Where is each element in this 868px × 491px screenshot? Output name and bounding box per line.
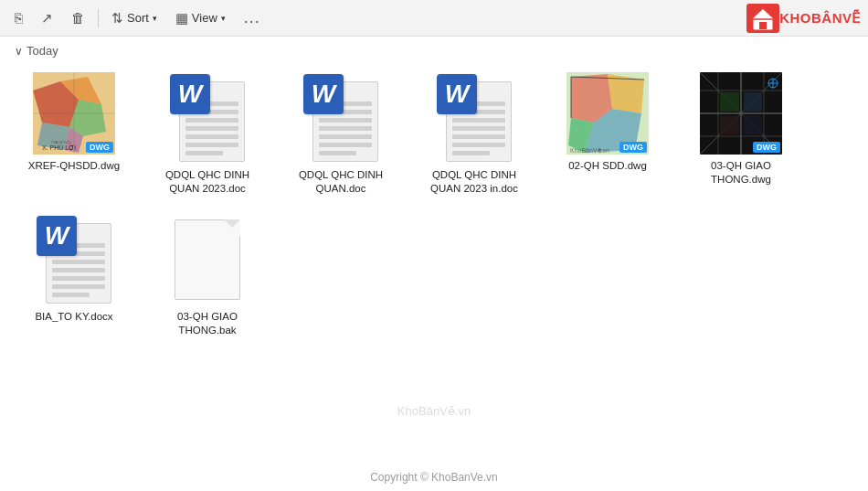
copy-icon: ⎘ (15, 10, 23, 26)
separator-1 (98, 9, 99, 27)
dwg-badge: DWG (86, 142, 113, 153)
list-item[interactable]: X. PHÚ LỢI mạxinlư.g DWG XREF-QHSDD.dwg (15, 67, 133, 199)
sort-label: Sort (127, 11, 149, 25)
file-label: 03-QH GIAO THONG.bak (152, 310, 263, 337)
dwg-badge: DWG (753, 142, 780, 153)
group-chevron-icon: ∨ (15, 45, 23, 58)
logo-area: KHOBÂNVẼ (746, 4, 861, 33)
list-item[interactable]: W BIA_TO KY.docx (15, 208, 133, 341)
word-icon-badge: W (37, 216, 77, 256)
file-thumbnail (166, 214, 249, 305)
sort-icon: ⇅ (111, 10, 123, 27)
copy-button[interactable]: ⎘ (7, 6, 30, 29)
svg-rect-2 (759, 22, 767, 29)
dwg-badge: DWG (619, 142, 647, 153)
file-label: XREF-QHSDD.dwg (28, 159, 120, 173)
file-label: 03-QH GIAO THONG.dwg (685, 159, 797, 187)
list-item[interactable]: W QDQL QHC DINH QUAN.doc (281, 67, 400, 199)
svg-rect-32 (744, 92, 762, 112)
file-thumbnail: W (300, 72, 382, 164)
svg-rect-34 (744, 116, 762, 134)
view-chevron-icon: ▾ (221, 14, 226, 23)
logo-house-icon (746, 4, 779, 33)
toolbar: ⎘ ↗ 🗑 ⇅ Sort ▾ ▦ View ▾ ... KHOB (0, 0, 868, 37)
view-button[interactable]: ▦ View ▾ (168, 6, 233, 30)
file-label: QDQL QHC DINH QUAN 2023.doc (152, 168, 263, 196)
word-icon-badge: W (170, 74, 210, 114)
sort-button[interactable]: ⇅ Sort ▾ (104, 6, 164, 30)
main-content: ∨ Today X. PHÚ LỢI mạxinlư.g (0, 37, 868, 491)
group-today: ∨ Today (15, 44, 853, 58)
file-thumbnail: W (433, 72, 515, 164)
file-grid: X. PHÚ LỢI mạxinlư.g DWG XREF-QHSDD.dwg (15, 67, 853, 341)
file-label: BIA_TO KY.docx (35, 310, 112, 324)
list-item[interactable]: DWG 03-QH GIAO THONG.dwg (682, 67, 800, 199)
file-thumbnail: X. PHÚ LỢI mạxinlư.g DWG (33, 72, 115, 155)
svg-text:X. PHÚ LỢI: X. PHÚ LỢI (42, 144, 76, 152)
word-icon-badge: W (303, 74, 344, 114)
view-icon: ▦ (175, 10, 188, 27)
logo-text: KHOBÂNVẼ (779, 10, 861, 27)
svg-text:mạxinlư.g: mạxinlư.g (51, 139, 71, 144)
file-thumbnail: W (33, 214, 115, 305)
file-thumbnail: KhoBânVẽ.vn DWG (566, 72, 649, 155)
svg-rect-33 (720, 116, 739, 134)
logo: KHOBÂNVẼ (746, 4, 861, 33)
file-label: QDQL QHC DINH QUAN.doc (285, 168, 397, 196)
view-label: View (192, 11, 217, 25)
svg-text:KhoBânVẽ.vn: KhoBânVẽ.vn (570, 147, 609, 154)
trash-icon: 🗑 (71, 10, 85, 26)
copyright: Copyright © KhoBanVe.vn (370, 471, 498, 484)
svg-marker-16 (608, 74, 644, 113)
file-label: QDQL QHC DINH QUAN 2023 in.doc (418, 168, 530, 196)
list-item[interactable]: KhoBânVẽ.vn DWG 02-QH SDD.dwg (548, 67, 667, 199)
list-item[interactable]: W QDQL QHC DINH QUAN 2023.doc (148, 67, 267, 199)
share-icon: ↗ (41, 10, 53, 27)
share-button[interactable]: ↗ (34, 6, 60, 30)
word-icon-badge: W (437, 74, 477, 114)
list-item[interactable]: 03-QH GIAO THONG.bak (148, 208, 267, 341)
file-thumbnail: W (166, 72, 249, 164)
more-button[interactable]: ... (237, 5, 268, 31)
sort-chevron-icon: ▾ (153, 14, 157, 23)
delete-button[interactable]: 🗑 (64, 6, 92, 29)
group-label-text: Today (26, 44, 58, 58)
file-thumbnail: DWG (700, 72, 782, 155)
list-item[interactable]: W QDQL QHC DINH QUAN 2023 in.doc (415, 67, 534, 199)
svg-rect-31 (720, 92, 739, 112)
watermark: KhoBânVẽ.vn (397, 404, 471, 418)
file-label: 02-QH SDD.dwg (568, 159, 647, 173)
